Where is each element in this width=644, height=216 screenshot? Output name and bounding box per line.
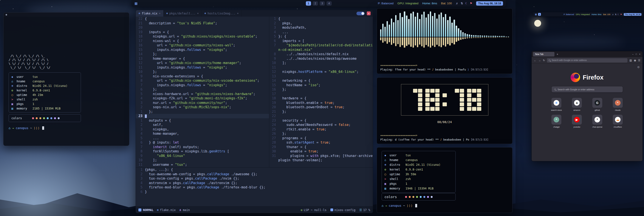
code-line: 31 plugins = with pkgs.xfce; [thunar-arc… [269,154,373,158]
close-icon[interactable]: × [639,53,640,55]
palette-dot [58,117,60,119]
night-light-icon[interactable]: ☾ [618,13,619,16]
cava-bar [462,11,464,64]
firefox-wordmark: Firefox [583,74,604,81]
code-line: 7 inherit (self) outputs; [136,145,269,149]
code-line: 8 url = "github:nix-community/nix-vscode… [136,79,269,83]
cava-bar [503,11,505,64]
ascii-art: /\ \_/ /\ \_/ /\ \_ / /\ \/ / /\ \/ / /\… [8,54,124,69]
github-icon: G [594,100,600,106]
fetch-row-memory: ▥memory2185 | 15394 MiB [12,106,78,111]
shortcut-cloudflare[interactable]: ☁cloudflare [608,115,628,128]
volume-icon[interactable]: ♬ [456,2,458,5]
reload-icon[interactable]: ↻ [543,59,545,62]
newtab-search-input[interactable]: Search with Google or enter address [552,86,623,92]
forward-icon[interactable]: → [538,59,541,62]
firefox-window[interactable]: New Tab + – □ × ← → ↻ Search with Google… [532,51,643,161]
network-latency-module[interactable]: Home: 6ms [592,13,602,16]
tab-close-icon[interactable]: × [197,12,199,15]
launcher-icon[interactable]: ▦ [535,13,537,16]
tab-close-icon[interactable]: × [159,12,160,15]
workspace-4[interactable]: 4 [326,1,332,6]
night-light-icon[interactable]: ☾ [465,2,468,5]
music-visualizer-window[interactable]: =====================> Playing: ffee for… [377,8,512,74]
cava-bar [440,11,442,64]
clock-window[interactable]: 08/08/24 =====================> Playing:… [377,77,512,144]
editor-tab-hosts/isoImag...[interactable]: ❄hosts/isoImag...× [202,10,242,17]
shortcut-youtube[interactable]: ▶youtube [567,115,587,128]
shortcut-amazon[interactable]: aamazon [567,98,587,111]
workspace-3[interactable]: 3 [320,1,325,6]
notifications-icon[interactable]: ⚑ [620,13,622,16]
window-close-button[interactable]: × [367,12,371,15]
neovim-window[interactable]: ❄flake.nix×❄pkgs/default...×❄hosts/isoIm… [136,10,373,213]
network-icon[interactable]: ⇅ [615,13,616,16]
launcher-icon[interactable]: ▦ [134,2,138,6]
workspace-2[interactable]: 2 [313,1,318,6]
fastfetch-window[interactable]: ◆usertux⌂hnamecanopus❄distroNixOS 24.11 … [377,147,512,213]
maximize-icon[interactable]: □ [636,53,637,55]
editor-pane-bottom[interactable]: 1{pkgs, ...}: {2 tux-awesome-wm-config =… [136,167,373,206]
mode-indicator: NORMAL [138,208,154,212]
editor-pane-left[interactable]: 22{21 description = "tux's NixOS Flake";… [136,17,269,167]
code-line: 5}: { [269,34,373,39]
terminal-titlebar[interactable] [4,13,129,17]
new-tab-button[interactable]: + [556,53,559,56]
cava-bar [477,11,479,64]
gpu-module[interactable]: GPU: Integrated [576,13,590,16]
fetch-palette [32,117,61,119]
palette-dot [416,196,418,198]
cava-bar [468,11,470,64]
network-latency-module[interactable]: Home: 8ms [422,2,437,5]
code-line: 3 tux-nvim-config = pkgs.callPackage ./n… [136,176,373,181]
menu-icon[interactable]: ☰ [638,59,640,62]
power-profile-module[interactable]: P: Balanced [378,2,394,5]
personalize-gear-icon[interactable]: ⚙ [637,66,640,69]
shell-prompt[interactable]: ⌂ → canopus ~ ⟩⟩⟩ [382,204,508,207]
clock-module[interactable]: Thu Aug 08, 18:18 [624,13,642,16]
notifications-icon[interactable]: ⚑ [470,2,472,5]
clock-module[interactable]: Thu Aug 08, 18:18 [476,1,503,6]
gpu-module[interactable]: GPU: Integrated [397,2,418,5]
tab-close-icon[interactable]: × [237,12,238,15]
network-icon[interactable]: ⇅ [460,2,463,5]
workspace-1[interactable]: 1 [306,1,311,6]
shortcut-claude[interactable]: *claude [608,98,628,111]
palette-dot [50,117,52,119]
code-line: 17 nixos-wsl = { [136,39,269,43]
extensions-icon[interactable]: ▧ [629,59,632,62]
code-line: 18 nixpkgs.url = "github:nixos/nixpkgs/n… [136,34,269,39]
preview-toggle[interactable] [356,12,364,15]
back-icon[interactable]: ← [534,59,536,62]
project-name: nixos-config [330,208,356,212]
shortcut-search.nixos[interactable]: ❄search.nixos [546,98,567,111]
cava-bar [458,11,460,64]
search-icon [549,60,550,61]
terminal-window[interactable]: /\ \_/ /\ \_/ /\ \_ / /\ \/ / /\ \/ / /\… [3,12,129,146]
battery-module[interactable]: Bat: 100 [441,2,452,5]
editor-tab-pkgs/default...[interactable]: ❄pkgs/default...× [164,10,202,17]
gear-icon: ⚙ [301,208,302,212]
shortcut-chat.openai[interactable]: *chat.openai [587,115,608,128]
browser-tab[interactable]: New Tab [533,52,554,57]
clock-digit [425,89,440,111]
kernel-icon: ⚙ [384,168,390,171]
account-icon[interactable]: ◉ [634,59,636,62]
editor-pane-right[interactable]: 1{2 pkgs,3 modulesPath,4 ...5}: {6 impor… [269,17,373,167]
shortcut-chatgpt[interactable]: *chatgpt [546,115,567,128]
editor-tab-flake.nix[interactable]: ❄flake.nix× [136,10,164,17]
clock-box [401,84,488,116]
workspace-1[interactable]: 1 [538,13,541,16]
code-line: 9 "x86_64-linux" [136,154,269,158]
url-bar[interactable]: Search with Google or enter address [547,58,628,63]
shell-prompt[interactable]: ⌂ → canopus ~ ⟩⟩⟩ [8,126,124,130]
volume-icon[interactable]: ♬ [612,13,614,16]
cava-bar [445,11,446,64]
shortcut-github[interactable]: Ggithub [587,98,608,111]
power-profile-module[interactable]: P: Balanced [564,13,574,16]
cava-bar [482,11,483,64]
wallpaper-glow [0,138,120,216]
scroll-marker-icon: ⟩ [468,68,469,71]
minimize-icon[interactable]: – [632,53,634,55]
battery-module[interactable]: Bat: 100 [603,13,610,16]
